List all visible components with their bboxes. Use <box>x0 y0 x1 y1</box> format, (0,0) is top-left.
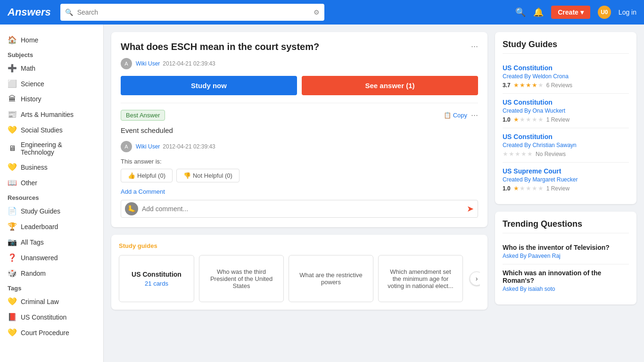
study-guide-card-2[interactable]: What are the restrictive powers <box>289 255 373 302</box>
tq-question-1[interactable]: Which was an innovation of the Roman's? <box>503 269 629 284</box>
question-header: What does ESCH mean in the court system?… <box>121 41 478 52</box>
star-4: ★ <box>532 116 537 123</box>
stars-3: ★ ★ ★ ★ ★ <box>513 185 544 192</box>
sidebar-item-other[interactable]: 📖 Other <box>0 175 103 190</box>
site-logo[interactable]: Answers <box>8 6 51 18</box>
best-answer-actions: 📋 Copy ··· <box>444 110 478 120</box>
science-icon: ⬜ <box>8 79 17 88</box>
tq-askedby-0: Asked By Paaveen Raj <box>503 253 629 259</box>
tq-item-0: Who is the inventor of Television? Asked… <box>503 239 629 264</box>
star-1: ★ <box>503 150 508 157</box>
question-user-link[interactable]: Wiki User <box>136 60 160 67</box>
sidebar-item-criminal-law[interactable]: 💛 Criminal Law <box>0 294 103 309</box>
comment-input[interactable] <box>142 205 463 213</box>
answer-user-avatar: A <box>121 141 132 152</box>
resources-section-title: Resources <box>0 190 103 203</box>
filter-icon[interactable]: ⚙ <box>314 8 320 16</box>
question-title: What does ESCH mean in the court system? <box>121 41 319 52</box>
sidebar-item-court-procedure[interactable]: 💛 Court Procedure <box>0 325 103 340</box>
sg-creator-link-1[interactable]: Ona Wuckert <box>532 107 565 114</box>
tq-askedby-link-0[interactable]: Paaveen Raj <box>528 253 561 259</box>
search-icon: 🔍 <box>65 8 73 16</box>
answer-user-link[interactable]: Wiki User <box>136 143 160 150</box>
sg-card-title-0: US Constitution <box>132 271 182 278</box>
answer-date: 2012-04-21 02:39:43 <box>163 143 215 150</box>
sg-list-item-3: US Supreme Court Created By Margaret Rue… <box>503 163 629 197</box>
sidebar-item-science[interactable]: ⬜ Science <box>0 76 103 91</box>
create-button[interactable]: Create ▾ <box>551 6 590 19</box>
search-input[interactable] <box>60 4 324 21</box>
scroll-right-button[interactable]: › <box>470 272 480 286</box>
sidebar-item-random[interactable]: 🎲 Random <box>0 265 103 281</box>
question-meta: A Wiki User 2012-04-21 02:39:43 <box>121 58 478 69</box>
study-guide-card-0[interactable]: US Constitution 21 cards <box>119 255 194 302</box>
star-5: ★ <box>538 82 544 89</box>
star-1: ★ <box>513 185 519 192</box>
sg-list-title-1[interactable]: US Constitution <box>503 99 629 106</box>
sg-list-title-3[interactable]: US Supreme Court <box>503 167 629 175</box>
more-options-icon[interactable]: ··· <box>471 41 478 51</box>
star-2: ★ <box>520 185 525 192</box>
not-helpful-button[interactable]: 👎 Not Helpful (0) <box>176 169 239 182</box>
sidebar-item-leaderboard[interactable]: 🏆 Leaderboard <box>0 219 103 234</box>
page-layout: 🏠 Home Subjects ➕ Math ⬜ Science 🏛 Histo… <box>0 25 644 362</box>
notification-icon[interactable]: 🔔 <box>533 7 544 17</box>
sg-creator-link-2[interactable]: Christian Sawayn <box>532 142 576 148</box>
search-icon-header[interactable]: 🔍 <box>515 7 526 17</box>
user-avatar: A <box>121 58 132 69</box>
study-now-button[interactable]: Study now <box>121 76 297 95</box>
see-answer-button[interactable]: See answer (1) <box>302 76 478 95</box>
sidebar-item-home[interactable]: 🏠 Home <box>0 32 103 48</box>
court-procedure-icon: 💛 <box>8 328 17 337</box>
sg-card-sub-0: 21 cards <box>145 280 168 287</box>
main-content: What does ESCH mean in the court system?… <box>104 25 644 362</box>
sidebar-item-engineering[interactable]: 🖥 Engineering & Technology <box>0 138 103 159</box>
stars-0: ★ ★ ★ ★ ★ <box>513 82 544 89</box>
sidebar-item-study-guides[interactable]: 📄 Study Guides <box>0 203 103 219</box>
question-card: What does ESCH mean in the court system?… <box>111 32 487 227</box>
user-icon: U <box>601 9 605 16</box>
sidebar-item-social-studies[interactable]: 💛 Social Studies <box>0 122 103 138</box>
copy-button[interactable]: 📋 Copy <box>444 112 467 119</box>
sidebar-item-math[interactable]: ➕ Math <box>0 60 103 76</box>
study-guide-card-1[interactable]: Who was the third President of the Unite… <box>199 255 284 302</box>
sidebar-item-arts-humanities[interactable]: 📰 Arts & Humanities <box>0 107 103 122</box>
login-button[interactable]: Log in <box>619 8 636 16</box>
tags-section-title: Tags <box>0 281 103 294</box>
sidebar-item-us-constitution[interactable]: 📕 US Constitution <box>0 309 103 325</box>
random-icon: 🎲 <box>8 269 17 278</box>
trending-title: Trending Questions <box>503 219 629 233</box>
sg-creator-link-3[interactable]: Margaret Ruecker <box>532 176 578 183</box>
study-guide-card-3[interactable]: Which amendment set the minimum age for … <box>378 255 463 302</box>
helpful-button[interactable]: 👍 Helpful (0) <box>121 169 173 182</box>
star-3: ★ <box>515 150 520 157</box>
star-3: ★ <box>526 82 531 89</box>
other-icon: 📖 <box>8 178 17 187</box>
star-4: ★ <box>521 150 527 157</box>
chevron-down-icon: ▾ <box>580 8 584 16</box>
answer-text: Event scheduled <box>121 126 478 134</box>
star-2: ★ <box>509 150 514 157</box>
tq-askedby-link-1[interactable]: isaiah soto <box>528 286 555 292</box>
sg-creator-link-0[interactable]: Weldon Crona <box>532 73 569 80</box>
sidebar-item-all-tags[interactable]: 📷 All Tags <box>0 234 103 250</box>
tq-question-0[interactable]: Who is the inventor of Television? <box>503 244 629 251</box>
sg-list-title-0[interactable]: US Constitution <box>503 64 629 72</box>
tq-item-1: Which was an innovation of the Roman's? … <box>503 264 629 297</box>
sidebar-item-unanswered[interactable]: ❓ Unanswered <box>0 250 103 265</box>
sg-list-title-2[interactable]: US Constitution <box>503 133 629 140</box>
send-comment-icon[interactable]: ➤ <box>467 204 474 214</box>
copy-icon: 📋 <box>444 112 451 119</box>
sg-list-creator-2: Created By Christian Sawayn <box>503 142 629 148</box>
trending-questions-card: Trending Questions Who is the inventor o… <box>495 212 636 304</box>
add-comment-link[interactable]: Add a Comment <box>121 188 478 195</box>
user-points-badge[interactable]: U 0 <box>598 6 611 19</box>
comment-avatar: 🦶 <box>125 202 138 215</box>
sidebar-item-history[interactable]: 🏛 History <box>0 91 103 107</box>
engineering-icon: 🖥 <box>8 144 17 153</box>
sidebar-item-business[interactable]: 💛 Business <box>0 159 103 175</box>
sg-rating-1: 1.0 ★ ★ ★ ★ ★ 1 Review <box>503 116 629 123</box>
sg-list-creator-0: Created By Weldon Crona <box>503 73 629 80</box>
answer-more-icon[interactable]: ··· <box>471 110 478 120</box>
best-answer-header: Best Answer 📋 Copy ··· <box>121 110 478 121</box>
